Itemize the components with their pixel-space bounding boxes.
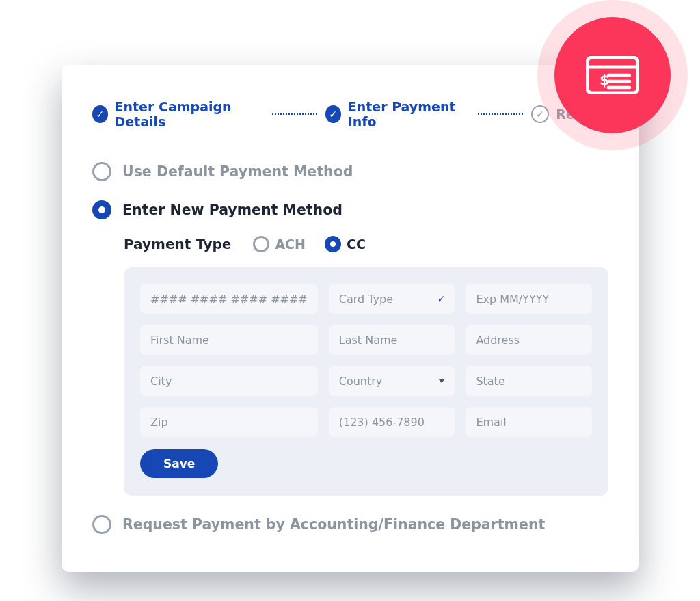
state-input[interactable]: State	[466, 366, 592, 396]
chevron-down-icon	[438, 379, 445, 383]
payment-type-option-label: ACH	[275, 237, 306, 252]
option-label: Request Payment by Accounting/Finance De…	[122, 516, 545, 533]
option-label: Use Default Payment Method	[122, 163, 353, 180]
checkmark-icon: ✓	[92, 105, 108, 123]
radio-icon	[325, 236, 341, 252]
zip-input[interactable]: Zip	[140, 407, 318, 437]
card-dollar-icon: $	[586, 56, 639, 94]
exp-input[interactable]: Exp MM/YYYY	[466, 284, 592, 314]
city-input[interactable]: City	[140, 366, 318, 396]
option-label: Enter New Payment Method	[122, 202, 342, 218]
radio-icon	[92, 162, 111, 181]
payment-type-cc[interactable]: CC	[325, 236, 366, 252]
radio-icon	[92, 200, 111, 219]
option-request-department[interactable]: Request Payment by Accounting/Finance De…	[92, 515, 608, 534]
step-campaign-details[interactable]: ✓ Enter Campaign Details	[92, 99, 264, 129]
radio-icon	[92, 515, 111, 534]
option-enter-new[interactable]: Enter New Payment Method	[92, 200, 608, 219]
email-input[interactable]: Email	[466, 407, 592, 437]
wizard-stepper: ✓ Enter Campaign Details ✓ Enter Payment…	[92, 99, 608, 129]
payment-type-label: Payment Type	[124, 236, 231, 252]
step-label: Enter Campaign Details	[115, 99, 265, 129]
address-input[interactable]: Address	[466, 325, 592, 355]
step-label: Enter Payment Info	[348, 99, 470, 129]
payment-card: ✓ Enter Campaign Details ✓ Enter Payment…	[62, 65, 639, 572]
step-payment-info[interactable]: ✓ Enter Payment Info	[325, 99, 470, 129]
payment-badge-halo: $	[537, 0, 688, 150]
card-number-input[interactable]: #### #### #### ####	[140, 284, 318, 314]
last-name-input[interactable]: Last Name	[329, 325, 455, 355]
checkmark-icon: ✓	[438, 293, 446, 304]
new-payment-section: Payment Type ACH CC #### #### #### #### …	[124, 236, 608, 496]
step-connector	[478, 113, 523, 115]
country-select[interactable]: Country	[329, 366, 455, 396]
credit-card-form: #### #### #### #### Card Type ✓ Exp MM/Y…	[124, 267, 608, 496]
save-button[interactable]: Save	[140, 449, 218, 478]
radio-icon	[253, 236, 269, 252]
payment-type-ach[interactable]: ACH	[253, 236, 306, 252]
first-name-input[interactable]: First Name	[140, 325, 318, 355]
option-use-default[interactable]: Use Default Payment Method	[92, 162, 608, 181]
payment-type-row: Payment Type ACH CC	[124, 236, 608, 252]
step-connector	[272, 113, 317, 115]
phone-input[interactable]: (123) 456-7890	[329, 407, 455, 437]
payment-type-option-label: CC	[347, 237, 366, 252]
payment-badge: $	[554, 17, 671, 133]
checkmark-icon: ✓	[325, 105, 340, 123]
card-type-select[interactable]: Card Type ✓	[329, 284, 455, 314]
